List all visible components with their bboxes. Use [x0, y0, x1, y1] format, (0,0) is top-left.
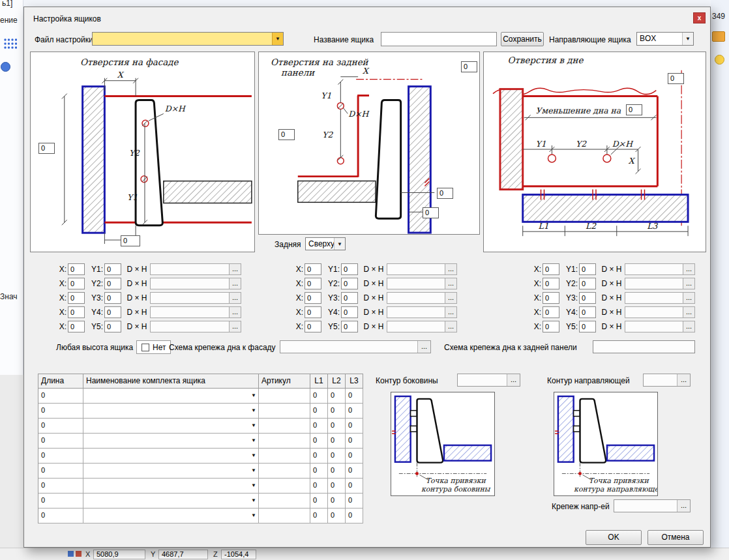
dh-browse-button[interactable]: ...	[683, 292, 695, 304]
guide-fastener-browse-button[interactable]: ...	[677, 500, 690, 512]
save-button[interactable]: Сохранить	[501, 32, 544, 46]
ok-button[interactable]: OK	[586, 530, 642, 545]
x-input[interactable]: 0	[68, 278, 85, 289]
back-position-combobox[interactable]: Сверху ▼	[305, 237, 346, 250]
drawer-guides-combobox[interactable]: BOX ▼	[636, 32, 694, 46]
l1-cell[interactable]: 0	[310, 508, 328, 523]
dh-browse-button[interactable]: ...	[683, 321, 695, 332]
back-right-upper-input[interactable]: 0	[437, 188, 453, 199]
article-cell[interactable]	[259, 449, 310, 464]
x-input[interactable]: 0	[68, 306, 85, 318]
x-input[interactable]: 0	[68, 292, 85, 304]
dh-browse-button[interactable]: ...	[683, 278, 695, 289]
l3-cell[interactable]: 0	[346, 494, 363, 508]
kit-name-combobox[interactable]: ▼	[83, 508, 259, 523]
dropdown-arrow-icon[interactable]: ▼	[251, 449, 256, 463]
dropdown-arrow-icon[interactable]: ▼	[251, 434, 256, 448]
checkbox-icon[interactable]	[141, 344, 149, 351]
dropdown-arrow-icon[interactable]: ▼	[251, 464, 256, 478]
x-input[interactable]: 0	[68, 263, 85, 275]
x-input[interactable]: 0	[543, 321, 559, 332]
l2-cell[interactable]: 0	[328, 494, 346, 508]
dh-browse-button[interactable]: ...	[230, 263, 241, 275]
dropdown-arrow-icon[interactable]: ▼	[251, 508, 256, 523]
l3-cell[interactable]: 0	[346, 464, 363, 479]
l2-cell[interactable]: 0	[328, 434, 346, 449]
dh-field[interactable]	[387, 263, 445, 275]
kit-name-combobox[interactable]: ▼	[83, 494, 259, 508]
y-input[interactable]: 0	[104, 306, 121, 318]
l1-cell[interactable]: 0	[310, 494, 328, 508]
y-input[interactable]: 0	[341, 321, 358, 332]
kit-name-combobox[interactable]: ▼	[83, 479, 259, 494]
dh-field[interactable]	[625, 321, 683, 332]
dh-field[interactable]	[150, 292, 230, 304]
y-input[interactable]: 0	[341, 278, 358, 289]
dh-browse-button[interactable]: ...	[445, 278, 457, 289]
length-input[interactable]: 0	[38, 494, 83, 508]
y-input[interactable]: 0	[579, 263, 596, 275]
l3-cell[interactable]: 0	[346, 508, 363, 523]
dh-field[interactable]	[150, 263, 230, 275]
dh-field[interactable]	[387, 321, 445, 332]
kit-name-combobox[interactable]: ▼	[83, 464, 259, 479]
dh-field[interactable]	[150, 306, 230, 318]
length-input[interactable]: 0	[38, 404, 83, 419]
l2-cell[interactable]: 0	[328, 464, 346, 479]
x-input[interactable]: 0	[305, 278, 321, 289]
x-input[interactable]: 0	[305, 306, 321, 318]
article-cell[interactable]	[259, 434, 310, 449]
y-input[interactable]: 0	[341, 263, 358, 275]
length-input[interactable]: 0	[38, 464, 83, 479]
dh-browse-button[interactable]: ...	[230, 278, 241, 289]
facade-offset-input[interactable]: 0	[121, 235, 140, 246]
article-cell[interactable]	[259, 464, 310, 479]
lamp-icon[interactable]	[715, 55, 724, 65]
back-left-input[interactable]: 0	[278, 129, 295, 140]
grid-dots-icon[interactable]	[3, 37, 17, 51]
guide-contour-browse-button[interactable]: ...	[677, 374, 690, 386]
length-input[interactable]: 0	[38, 479, 83, 494]
x-input[interactable]: 0	[68, 321, 85, 332]
length-input[interactable]: 0	[38, 389, 83, 404]
length-input[interactable]: 0	[38, 508, 83, 523]
kit-name-combobox[interactable]: ▼	[83, 449, 259, 464]
l2-cell[interactable]: 0	[328, 389, 346, 404]
article-cell[interactable]	[259, 404, 310, 419]
dh-field[interactable]	[625, 263, 683, 275]
dh-field[interactable]	[625, 306, 683, 318]
dh-browse-button[interactable]: ...	[445, 292, 457, 304]
dh-field[interactable]	[387, 292, 445, 304]
l1-cell[interactable]: 0	[310, 419, 328, 434]
kit-name-combobox[interactable]: ▼	[83, 389, 259, 404]
article-cell[interactable]	[259, 479, 310, 494]
x-input[interactable]: 0	[543, 278, 559, 289]
dh-field[interactable]	[625, 278, 683, 289]
dh-browse-button[interactable]: ...	[445, 306, 457, 318]
back-top-input[interactable]: 0	[461, 61, 477, 72]
dialog-titlebar[interactable]: Настройка ящиков x	[24, 7, 710, 31]
dropdown-arrow-icon[interactable]: ▼	[251, 389, 256, 403]
dh-browse-button[interactable]: ...	[230, 306, 241, 318]
l1-cell[interactable]: 0	[310, 479, 328, 494]
y-input[interactable]: 0	[104, 278, 121, 289]
side-contour-browse-button[interactable]: ...	[507, 374, 520, 386]
x-input[interactable]: 0	[305, 321, 321, 332]
length-input[interactable]: 0	[38, 419, 83, 434]
x-input[interactable]: 0	[305, 292, 321, 304]
coord-z-value[interactable]: -1054,4	[221, 550, 256, 559]
article-cell[interactable]	[259, 508, 310, 523]
dh-browse-button[interactable]: ...	[445, 321, 457, 332]
kit-name-combobox[interactable]: ▼	[83, 404, 259, 419]
l3-cell[interactable]: 0	[346, 434, 363, 449]
bottom-top-input[interactable]: 0	[668, 73, 684, 84]
l3-cell[interactable]: 0	[346, 404, 363, 419]
article-cell[interactable]	[259, 419, 310, 434]
dh-field[interactable]	[625, 292, 683, 304]
l1-cell[interactable]: 0	[310, 464, 328, 479]
dropdown-arrow-icon[interactable]: ▼	[251, 479, 256, 493]
x-input[interactable]: 0	[543, 292, 559, 304]
settings-file-combobox[interactable]: ▼	[92, 32, 284, 46]
dh-field[interactable]	[150, 278, 230, 289]
chevron-down-icon[interactable]: ▼	[682, 33, 693, 45]
